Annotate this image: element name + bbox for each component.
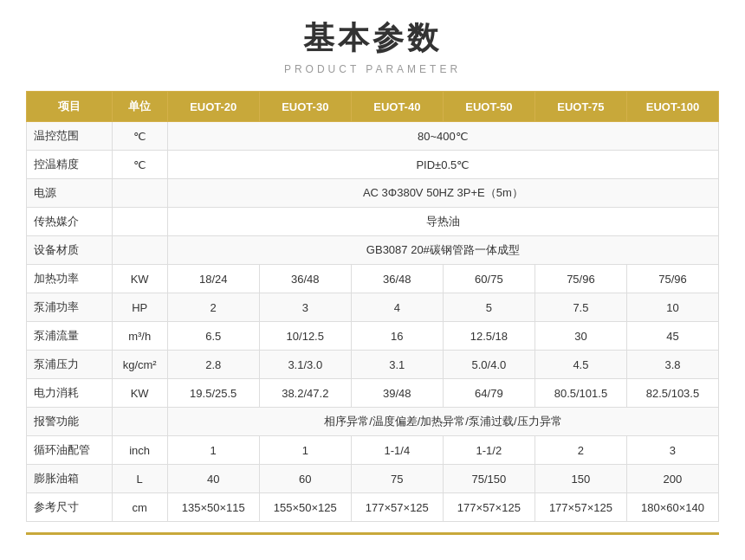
row-item-13: 参考尺寸 [27, 493, 113, 522]
col-header-euot40: EUOT-40 [351, 92, 443, 122]
row-item-3: 传热媒介 [27, 208, 113, 236]
row-span-value-0: 80~400℃ [167, 122, 718, 151]
table-row: 电力消耗KW19.5/25.538.2/47.239/4864/7980.5/1… [27, 379, 719, 408]
row-value-6-0: 2 [167, 293, 259, 322]
row-value-12-2: 75 [351, 465, 443, 493]
row-value-9-5: 82.5/103.5 [626, 379, 718, 408]
row-item-0: 温控范围 [27, 122, 113, 151]
row-item-2: 电源 [27, 179, 113, 208]
row-value-11-2: 1-1/4 [351, 436, 443, 465]
table-row: 参考尺寸cm135×50×115155×50×125177×57×125177×… [27, 493, 719, 522]
row-unit-6: HP [112, 293, 167, 322]
table-row: 膨胀油箱L40607575/150150200 [27, 465, 719, 493]
row-value-8-3: 5.0/4.0 [443, 351, 534, 379]
row-value-7-3: 12.5/18 [443, 322, 534, 351]
col-header-euot75: EUOT-75 [534, 92, 626, 122]
row-value-7-5: 45 [626, 322, 718, 351]
row-unit-2 [112, 179, 167, 208]
row-value-11-5: 3 [626, 436, 718, 465]
row-unit-8: kg/cm² [112, 351, 167, 379]
table-row: 加热功率KW18/2436/4836/4860/7575/9675/96 [27, 265, 719, 293]
bottom-line [26, 532, 719, 535]
row-value-6-3: 5 [443, 293, 534, 322]
row-span-value-10: 相序异常/温度偏差/加热异常/泵浦过载/压力异常 [167, 408, 718, 436]
table-row: 控温精度℃PID±0.5℃ [27, 151, 719, 179]
row-value-7-4: 30 [534, 322, 626, 351]
row-value-13-2: 177×57×125 [351, 493, 443, 522]
row-value-13-0: 135×50×115 [167, 493, 259, 522]
table-row: 温控范围℃80~400℃ [27, 122, 719, 151]
table-row: 传热媒介导热油 [27, 208, 719, 236]
row-value-12-5: 200 [626, 465, 718, 493]
row-value-8-2: 3.1 [351, 351, 443, 379]
table-row: 设备材质GB3087 20#碳钢管路一体成型 [27, 236, 719, 265]
row-value-7-0: 6.5 [167, 322, 259, 351]
row-item-6: 泵浦功率 [27, 293, 113, 322]
row-value-9-4: 80.5/101.5 [534, 379, 626, 408]
row-value-12-4: 150 [534, 465, 626, 493]
row-value-9-3: 64/79 [443, 379, 534, 408]
row-value-6-2: 4 [351, 293, 443, 322]
row-value-5-4: 75/96 [534, 265, 626, 293]
row-value-5-3: 60/75 [443, 265, 534, 293]
row-span-value-2: AC 3Φ380V 50HZ 3P+E（5m） [167, 179, 718, 208]
row-value-11-4: 2 [534, 436, 626, 465]
table-row: 泵浦功率HP23457.510 [27, 293, 719, 322]
row-unit-10 [112, 408, 167, 436]
row-value-9-1: 38.2/47.2 [259, 379, 351, 408]
table-row: 电源AC 3Φ380V 50HZ 3P+E（5m） [27, 179, 719, 208]
row-unit-13: cm [112, 493, 167, 522]
row-value-5-1: 36/48 [259, 265, 351, 293]
row-value-13-1: 155×50×125 [259, 493, 351, 522]
row-value-13-4: 177×57×125 [534, 493, 626, 522]
row-value-11-1: 1 [259, 436, 351, 465]
col-header-unit: 单位 [112, 92, 167, 122]
col-header-euot50: EUOT-50 [443, 92, 534, 122]
table-row: 循环油配管inch111-1/41-1/223 [27, 436, 719, 465]
row-value-8-0: 2.8 [167, 351, 259, 379]
row-value-13-3: 177×57×125 [443, 493, 534, 522]
row-value-5-5: 75/96 [626, 265, 718, 293]
row-value-8-4: 4.5 [534, 351, 626, 379]
row-unit-0: ℃ [112, 122, 167, 151]
row-item-4: 设备材质 [27, 236, 113, 265]
row-value-7-2: 16 [351, 322, 443, 351]
row-value-8-1: 3.1/3.0 [259, 351, 351, 379]
row-value-13-5: 180×60×140 [626, 493, 718, 522]
row-unit-5: KW [112, 265, 167, 293]
row-item-5: 加热功率 [27, 265, 113, 293]
row-item-11: 循环油配管 [27, 436, 113, 465]
row-value-5-2: 36/48 [351, 265, 443, 293]
row-item-12: 膨胀油箱 [27, 465, 113, 493]
row-value-11-3: 1-1/2 [443, 436, 534, 465]
table-row: 报警功能相序异常/温度偏差/加热异常/泵浦过载/压力异常 [27, 408, 719, 436]
row-span-value-4: GB3087 20#碳钢管路一体成型 [167, 236, 718, 265]
row-unit-12: L [112, 465, 167, 493]
row-item-8: 泵浦压力 [27, 351, 113, 379]
page-subtitle: PRODUCT PARAMETER [284, 63, 461, 75]
row-item-9: 电力消耗 [27, 379, 113, 408]
table-header: 项目单位EUOT-20EUOT-30EUOT-40EUOT-50EUOT-75E… [27, 92, 719, 122]
row-value-6-4: 7.5 [534, 293, 626, 322]
row-unit-7: m³/h [112, 322, 167, 351]
row-value-9-0: 19.5/25.5 [167, 379, 259, 408]
col-header-item: 项目 [27, 92, 113, 122]
col-header-euot100: EUOT-100 [626, 92, 718, 122]
row-value-9-2: 39/48 [351, 379, 443, 408]
row-value-6-5: 10 [626, 293, 718, 322]
row-unit-9: KW [112, 379, 167, 408]
row-value-7-1: 10/12.5 [259, 322, 351, 351]
row-item-1: 控温精度 [27, 151, 113, 179]
row-value-5-0: 18/24 [167, 265, 259, 293]
row-value-12-0: 40 [167, 465, 259, 493]
row-item-7: 泵浦流量 [27, 322, 113, 351]
table-row: 泵浦压力kg/cm²2.83.1/3.03.15.0/4.04.53.8 [27, 351, 719, 379]
table-body: 温控范围℃80~400℃控温精度℃PID±0.5℃电源AC 3Φ380V 50H… [27, 122, 719, 522]
row-value-12-3: 75/150 [443, 465, 534, 493]
page-title: 基本参数 [303, 17, 442, 60]
row-unit-3 [112, 208, 167, 236]
row-unit-4 [112, 236, 167, 265]
parameter-table: 项目单位EUOT-20EUOT-30EUOT-40EUOT-50EUOT-75E… [26, 91, 719, 522]
col-header-euot30: EUOT-30 [259, 92, 351, 122]
row-value-6-1: 3 [259, 293, 351, 322]
